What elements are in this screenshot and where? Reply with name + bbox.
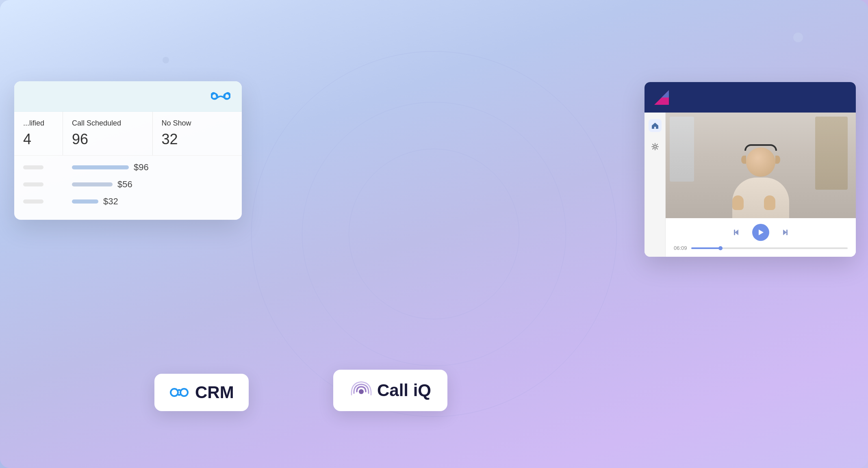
data-section: $96 $56 $32 — [14, 156, 242, 220]
data-bar-bg-2 — [23, 182, 43, 186]
data-bar-bg-3 — [23, 199, 43, 204]
data-row-1-left — [23, 165, 72, 169]
progress-bar-container: 06:09 — [674, 245, 848, 251]
rewind-button[interactable] — [729, 225, 744, 240]
stat-value-call-scheduled: 96 — [72, 131, 143, 148]
stat-label-call-scheduled: Call Scheduled — [72, 119, 143, 128]
person-shirt — [732, 178, 789, 218]
dot-decoration-top — [793, 32, 803, 42]
stat-value-qualified: 4 — [23, 131, 54, 148]
play-button[interactable] — [752, 224, 769, 241]
person-ear-left — [741, 156, 746, 164]
dot-decoration-left — [163, 57, 169, 63]
data-bar-col-2: $56 — [72, 179, 233, 190]
person-headset — [744, 144, 777, 151]
crm-header-logo — [211, 90, 230, 102]
data-bar-3 — [72, 199, 98, 204]
svg-point-2 — [171, 389, 178, 396]
forward-icon — [780, 228, 789, 237]
person-hand-right — [764, 195, 775, 210]
person-head — [746, 147, 775, 177]
settings-svg — [651, 143, 659, 151]
crm-badge: CRM — [154, 374, 249, 411]
bg-circle-outer — [251, 51, 617, 417]
data-bar-col-3: $32 — [72, 196, 233, 207]
person-hands — [732, 195, 775, 210]
data-bar-col-1: $96 — [72, 162, 233, 173]
calliq-badge-text: Call iQ — [377, 381, 431, 400]
progress-bar-fill — [691, 247, 723, 249]
video-controls: 06:09 — [666, 218, 856, 257]
data-bar-bg-1 — [23, 165, 43, 169]
rewind-icon — [732, 228, 741, 237]
video-still — [666, 113, 856, 218]
svg-rect-12 — [786, 230, 788, 235]
forward-button[interactable] — [777, 225, 792, 240]
svg-point-9 — [654, 145, 656, 148]
svg-rect-10 — [734, 230, 735, 235]
bg-circle-inner — [349, 149, 519, 319]
sidebar-home-icon[interactable] — [649, 119, 662, 132]
crm-panel-header — [14, 81, 242, 112]
data-row-2: $56 — [23, 179, 233, 190]
stat-card-no-show: No Show 32 — [153, 112, 242, 155]
crm-panel: ...lified 4 Call Scheduled 96 No Show 32 — [14, 81, 242, 220]
data-bar-1 — [72, 165, 129, 169]
stat-value-no-show: 32 — [162, 131, 233, 148]
bg-circle-mid — [302, 102, 566, 366]
stats-row: ...lified 4 Call Scheduled 96 No Show 32 — [14, 112, 242, 156]
video-sidebar — [644, 113, 666, 257]
svg-point-3 — [180, 389, 188, 396]
data-amount-1: $96 — [134, 162, 149, 173]
stat-label-qualified: ...lified — [23, 119, 54, 128]
svg-marker-11 — [759, 230, 764, 235]
stat-label-no-show: No Show — [162, 119, 233, 128]
data-row-2-left — [23, 182, 72, 186]
sidebar-settings-icon[interactable] — [649, 140, 662, 153]
data-bar-2 — [72, 182, 113, 186]
video-panel: 06:09 — [644, 82, 856, 257]
stat-card-qualified: ...lified 4 — [14, 112, 63, 155]
progress-dot — [718, 246, 723, 250]
video-panel-header — [644, 82, 856, 113]
person-hand-left — [732, 195, 744, 210]
data-row-3-left — [23, 199, 72, 204]
crm-badge-infinity-icon — [169, 386, 189, 399]
svg-marker-8 — [662, 90, 669, 98]
main-container: ...lified 4 Call Scheduled 96 No Show 32 — [0, 0, 868, 468]
video-panel-nav-logo — [654, 90, 671, 105]
person-ear-right — [775, 156, 780, 164]
calliq-badge: Call iQ — [333, 370, 447, 411]
data-amount-3: $32 — [103, 196, 118, 207]
person-figure — [732, 147, 789, 218]
video-panel-body: 06:09 — [644, 113, 856, 257]
window-decoration — [670, 117, 694, 182]
stat-card-call-scheduled: Call Scheduled 96 — [63, 112, 153, 155]
data-amount-2: $56 — [117, 179, 132, 190]
video-main: 06:09 — [666, 113, 856, 257]
bookshelf-decoration — [815, 117, 848, 190]
controls-buttons-row — [674, 224, 848, 241]
progress-bar-track[interactable] — [691, 247, 848, 249]
play-icon — [757, 229, 764, 236]
calliq-icon — [349, 379, 373, 402]
timestamp-label: 06:09 — [674, 245, 687, 251]
svg-point-6 — [359, 389, 364, 394]
home-svg — [651, 121, 659, 130]
crm-badge-text: CRM — [195, 383, 234, 402]
data-row-1: $96 — [23, 162, 233, 173]
infinity-icon — [211, 90, 230, 102]
data-row-3: $32 — [23, 196, 233, 207]
